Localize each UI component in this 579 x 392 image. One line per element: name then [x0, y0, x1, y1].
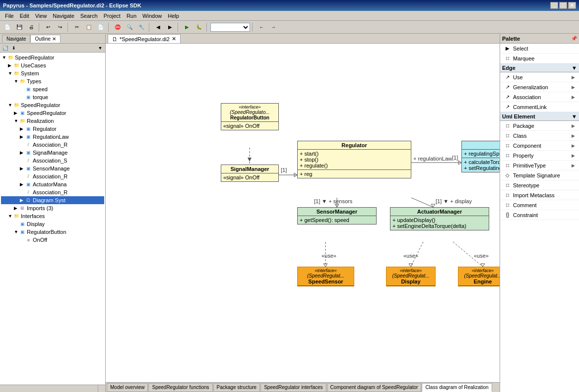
tree-toggle[interactable]: ▼ — [14, 229, 19, 234]
palette-item-property[interactable]: □ Property ▶ — [500, 151, 579, 161]
tree-toggle[interactable]: ▼ — [14, 79, 19, 84]
uml-class-signalmanager[interactable]: SignalManager «signal» OnOff — [221, 165, 279, 182]
palette-item-marquee[interactable]: □ Marquee — [500, 54, 579, 63]
tree-toggle[interactable]: ▼ — [8, 214, 13, 219]
tree-item[interactable]: ▶ ▣ SpeedRegulator — [1, 109, 104, 117]
menu-window[interactable]: Window — [139, 12, 165, 20]
toolbar-btn3[interactable]: 🖨 — [26, 22, 37, 32]
tree-toggle[interactable]: ▶ — [20, 198, 25, 203]
toolbar-btn10[interactable]: 🔍 — [124, 22, 135, 32]
menu-view[interactable]: View — [32, 12, 50, 20]
toolbar-btn11[interactable]: 🔧 — [136, 22, 147, 32]
menu-project[interactable]: Project — [101, 12, 124, 20]
palette-item-stereotype[interactable]: □ Stereotype — [500, 180, 579, 190]
palette-item-select[interactable]: ▶ Select — [500, 44, 579, 54]
diagram-tab-model-overview[interactable]: Model overview — [107, 383, 148, 392]
toolbar-run[interactable]: ▶ — [182, 22, 193, 32]
tree-toggle[interactable]: ▼ — [8, 103, 13, 108]
menu-run[interactable]: Run — [124, 12, 139, 20]
tree-item[interactable]: ▶ ▣ RegulationLaw — [1, 133, 104, 141]
window-controls[interactable]: _ □ ✕ — [550, 2, 576, 9]
palette-item-association[interactable]: ↗ Association ▶ — [500, 92, 579, 102]
toolbar-redo[interactable]: ↪ — [55, 22, 65, 32]
outline-menu[interactable]: ▼ — [96, 45, 104, 52]
diagram-tab-package-structure[interactable]: Package structure — [213, 383, 260, 392]
tree-item[interactable]: ▶ ▣ SignalManage — [1, 149, 104, 157]
toolbar-btn13[interactable]: ▶ — [165, 22, 176, 32]
maximize-button[interactable]: □ — [559, 2, 567, 9]
toolbar-btn12[interactable]: ◀ — [153, 22, 164, 32]
tree-item[interactable]: ▼ 📁 Types — [1, 77, 104, 85]
tree-toggle[interactable]: ▶ — [20, 182, 25, 187]
left-hscroll[interactable] — [0, 385, 98, 392]
diagram-tab-speedregulator-functions[interactable]: SpeedRegulator functions — [148, 383, 212, 392]
tree-item[interactable]: ▼ 📁 Interfaces — [1, 212, 104, 220]
minimize-button[interactable]: _ — [550, 2, 558, 9]
tree-item[interactable]: ▣ speed — [1, 85, 104, 93]
canvas-area[interactable]: [1] [1] + regulationLaw [1] ▼ + sensors … — [106, 44, 500, 382]
palette-item-constraint[interactable]: {} Constraint — [500, 210, 579, 220]
tree-item[interactable]: / Association_R — [1, 172, 104, 180]
tree-item[interactable]: / Association_S — [1, 157, 104, 165]
palette-item-template-signature[interactable]: ◇ Template Signature — [500, 170, 579, 180]
close-button[interactable]: ✕ — [568, 2, 576, 9]
tab-navigate[interactable]: Navigate — [2, 35, 30, 43]
tree-item[interactable]: ▣ torque — [1, 93, 104, 101]
tree-toggle[interactable]: ▶ — [14, 206, 19, 211]
tree-toggle[interactable]: ▼ — [2, 55, 7, 60]
tree-item[interactable]: ▣ Display — [1, 220, 104, 228]
toolbar-save[interactable]: 💾 — [14, 22, 25, 32]
uml-class-regulatorbutton[interactable]: «interface» (SpeedRegulato... RegulatorB… — [221, 103, 279, 130]
toolbar-btn7[interactable]: 📋 — [83, 22, 94, 32]
tree-toggle[interactable]: ▶ — [14, 111, 19, 115]
tree-toggle[interactable]: ▶ — [20, 150, 25, 155]
diagram-tab-class-diagram-realization[interactable]: Class diagram of Realization — [422, 383, 492, 392]
palette-item-class[interactable]: □ Class ▶ — [500, 131, 579, 141]
palette-pin[interactable]: 📌 — [571, 36, 577, 41]
toolbar-undo[interactable]: ↩ — [43, 22, 54, 32]
tree-toggle[interactable]: ▶ — [8, 63, 13, 68]
palette-item-primitivetype[interactable]: □ PrimitiveType ▶ — [500, 161, 579, 170]
tree-item[interactable]: ▼ 📁 SpeedRegulator — [1, 54, 104, 61]
tree-item[interactable]: ▼ 📁 SpeedRegulator — [1, 101, 104, 109]
palette-item-package[interactable]: □ Package ▶ — [500, 121, 579, 131]
tree-toggle[interactable]: ▶ — [20, 134, 25, 139]
palette-section-uml[interactable]: Uml Element ▼ — [500, 112, 579, 121]
palette-item-component[interactable]: □ Component ▶ — [500, 141, 579, 151]
tree-item[interactable]: ▼ 📁 Realization — [1, 117, 104, 125]
uml-class-regulationlaw[interactable]: RegulationLaw + regulatingSpeed: speed [… — [461, 141, 500, 172]
menu-edit[interactable]: Edit — [17, 12, 32, 20]
tree-toggle[interactable]: ▼ — [8, 71, 13, 76]
toolbar-new[interactable]: 📄 — [2, 22, 13, 32]
palette-item-generalization[interactable]: ↗ Generalization ▶ — [500, 82, 579, 92]
toolbar-btn20[interactable]: ← — [256, 22, 267, 32]
tab-close[interactable]: ✕ — [172, 36, 176, 42]
toolbar-debug[interactable]: 🐛 — [193, 22, 204, 32]
tree-item[interactable]: / Association_R — [1, 188, 104, 196]
toolbar-combo[interactable] — [210, 23, 250, 32]
tab-outline[interactable]: Outline ✕ — [30, 35, 60, 43]
tree-item[interactable]: ▶ ▣ Regulator — [1, 125, 104, 133]
menu-navigate[interactable]: Navigate — [50, 12, 77, 20]
outline-btn2[interactable]: ⬇ — [10, 45, 18, 52]
uml-class-engine[interactable]: «interface» (SpeedRegulat... Engine — [458, 267, 500, 286]
palette-item-use[interactable]: ↗ Use ▶ — [500, 72, 579, 82]
tree-item-selected[interactable]: ▶ 🗋 Diagram Syst — [1, 196, 104, 204]
outline-btn1[interactable]: 🔃 — [1, 45, 9, 52]
tree-item[interactable]: ▼ ▣ RegulatorButton — [1, 228, 104, 236]
uml-class-display[interactable]: «interface» (SpeedRegulat... Display — [386, 267, 436, 286]
tree-toggle[interactable]: ▼ — [14, 118, 19, 123]
palette-item-commentlink[interactable]: ↗ CommentLink — [500, 102, 579, 112]
tree-item[interactable]: ▶ ▣ ActuatorMana — [1, 180, 104, 188]
tree-item[interactable]: / Association_R — [1, 141, 104, 149]
tree-item[interactable]: ▼ 📁 System — [1, 69, 104, 77]
uml-class-regulator[interactable]: Regulator + start() + stop() + regulate(… — [297, 141, 411, 178]
tree-toggle[interactable]: ▶ — [20, 126, 25, 131]
menu-help[interactable]: Help — [165, 12, 182, 20]
tree-item[interactable]: ▶ ▣ SensorManage — [1, 165, 104, 172]
toolbar-btn6[interactable]: ✂ — [71, 22, 82, 32]
palette-item-comment[interactable]: □ Comment — [500, 200, 579, 210]
toolbar-btn8[interactable]: 📄 — [95, 22, 106, 32]
uml-class-actuatormanager[interactable]: ActuatorManager + updateDisplay() + setE… — [390, 207, 489, 230]
toolbar-btn9[interactable]: ⛔ — [112, 22, 123, 32]
